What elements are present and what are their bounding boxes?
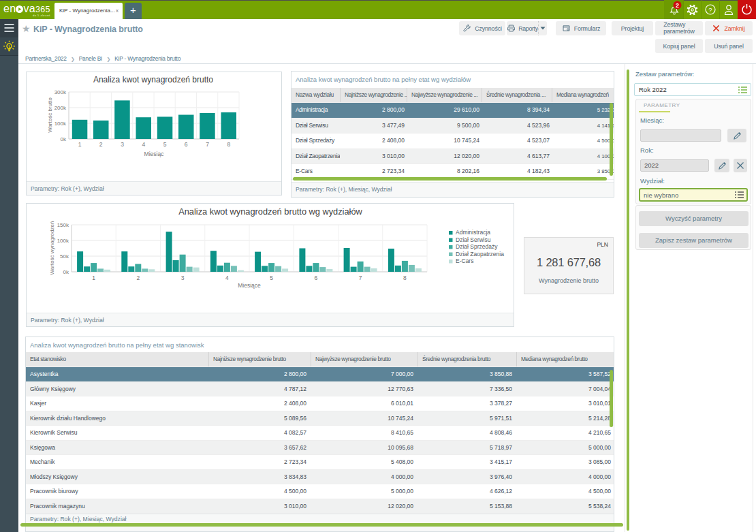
svg-text:0k: 0k <box>63 269 69 275</box>
svg-text:7: 7 <box>359 275 362 281</box>
svg-text:150k: 150k <box>57 222 69 228</box>
svg-text:1: 1 <box>92 275 95 281</box>
svg-text:1: 1 <box>78 141 82 148</box>
svg-text:?: ? <box>708 6 712 14</box>
svg-text:Dział Sprzedaży: Dział Sprzedaży <box>456 243 498 250</box>
svg-text:Dział Zaopatrzenia: Dział Zaopatrzenia <box>456 251 504 257</box>
svg-text:Dział Serwisu: Dział Serwisu <box>456 236 491 243</box>
svg-text:Analiza kwot wynagrodzeń brutt: Analiza kwot wynagrodzeń brutto wg wydzi… <box>178 206 362 217</box>
svg-text:200k: 200k <box>54 105 67 111</box>
svg-text:Miesiące: Miesiące <box>238 282 261 289</box>
svg-text:5: 5 <box>270 275 273 281</box>
svg-text:100k: 100k <box>57 238 69 244</box>
svg-text:5: 5 <box>163 141 167 148</box>
svg-text:2: 2 <box>136 275 140 281</box>
svg-text:Wartość wynagrodzeń: Wartość wynagrodzeń <box>49 221 55 275</box>
svg-text:4: 4 <box>142 141 145 148</box>
svg-text:7: 7 <box>206 141 209 148</box>
svg-text:2: 2 <box>99 141 103 148</box>
svg-text:Analiza kwot wynagrodzeń brutt: Analiza kwot wynagrodzeń brutto <box>93 75 213 84</box>
svg-text:300k: 300k <box>54 89 67 95</box>
svg-text:6: 6 <box>185 141 188 148</box>
svg-text:8: 8 <box>227 141 230 148</box>
svg-text:E-Cars: E-Cars <box>456 257 473 264</box>
svg-text:0k: 0k <box>61 136 67 142</box>
svg-text:Wartość brutto: Wartość brutto <box>47 97 53 133</box>
svg-text:8: 8 <box>403 275 407 281</box>
svg-text:3: 3 <box>121 141 124 148</box>
svg-text:50k: 50k <box>60 253 69 260</box>
svg-text:2: 2 <box>676 2 679 9</box>
svg-text:4: 4 <box>225 275 229 281</box>
svg-text:Administracja: Administracja <box>456 229 490 236</box>
svg-text:3: 3 <box>181 275 185 281</box>
svg-text:100k: 100k <box>54 121 67 127</box>
svg-text:Miesiąc: Miesiąc <box>144 151 165 157</box>
svg-text:6: 6 <box>315 275 318 281</box>
